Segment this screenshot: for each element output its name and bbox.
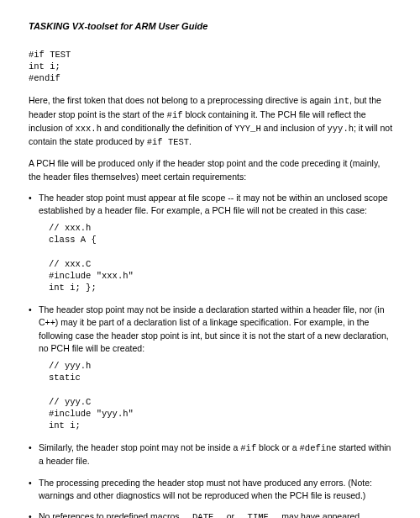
code-block-3: // yyy.h static // yyy.C #include "yyy.h… bbox=[49, 360, 393, 431]
bullet-declaration: The header stop point may not be inside … bbox=[29, 304, 393, 431]
bullet-scope: The header stop point must appear at fil… bbox=[29, 192, 393, 293]
paragraph-2: A PCH file will be produced only if the … bbox=[29, 157, 393, 182]
bullet-if-define: Similarly, the header stop point may not… bbox=[29, 441, 393, 468]
code-block-1: #if TEST int i; #endif bbox=[29, 49, 393, 85]
document-title: TASKING VX-toolset for ARM User Guide bbox=[29, 20, 393, 34]
code-block-2: // xxx.h class A { // xxx.C #include "xx… bbox=[49, 222, 393, 293]
paragraph-1: Here, the first token that does not belo… bbox=[29, 94, 393, 149]
bullet-predefined-macros: No references to predefined macros __DAT… bbox=[29, 510, 393, 518]
bullet-no-errors: The processing preceding the header stop… bbox=[29, 477, 393, 502]
